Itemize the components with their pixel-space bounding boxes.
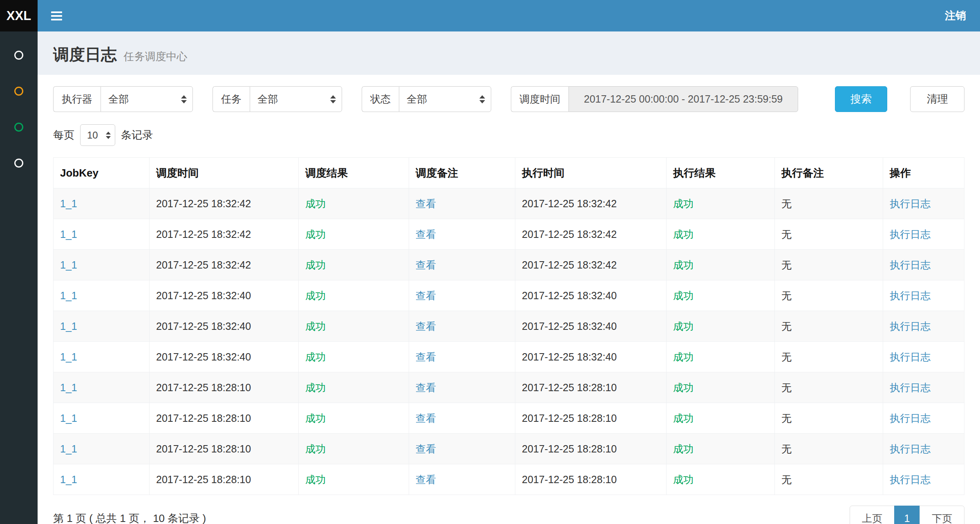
prev-page-button[interactable]: 上页 [850, 506, 895, 524]
trigger-result-text: 成功 [305, 259, 326, 271]
app-logo[interactable]: XXL [0, 0, 38, 31]
top-navbar: 注销 [38, 0, 980, 31]
jobkey-link[interactable]: 1_1 [60, 443, 77, 455]
trigger-msg-link[interactable]: 查看 [416, 198, 436, 209]
exec-log-link[interactable]: 执行日志 [890, 412, 931, 424]
sidebar-item-job-manage[interactable] [0, 109, 38, 145]
log-box: 执行器 全部 任务 全部 状态 全部 [38, 75, 980, 524]
table-row: 1_1 2017-12-25 18:32:40 成功 查看 2017-12-25… [54, 280, 964, 311]
col-header-handle-time: 执行时间 [515, 158, 667, 188]
handle-msg-cell: 无 [775, 250, 883, 280]
trigger-result-text: 成功 [305, 474, 326, 485]
trigger-time-cell: 2017-12-25 18:28:10 [150, 464, 299, 495]
table-row: 1_1 2017-12-25 18:32:42 成功 查看 2017-12-25… [54, 219, 964, 250]
jobkey-link[interactable]: 1_1 [60, 259, 77, 271]
handle-time-cell: 2017-12-25 18:28:10 [515, 464, 667, 495]
circle-icon [14, 159, 23, 168]
trigger-result-text: 成功 [305, 351, 326, 363]
trigger-result-text: 成功 [305, 443, 326, 455]
log-table-body: 1_1 2017-12-25 18:32:42 成功 查看 2017-12-25… [54, 188, 964, 495]
exec-log-link[interactable]: 执行日志 [890, 320, 931, 332]
executor-filter-label: 执行器 [53, 86, 101, 112]
trigger-msg-link[interactable]: 查看 [416, 351, 436, 363]
clear-button[interactable]: 清理 [910, 86, 964, 112]
trigger-msg-link[interactable]: 查看 [416, 228, 436, 240]
page-size-row: 每页 10 条记录 [53, 124, 964, 146]
current-page-button[interactable]: 1 [894, 506, 920, 524]
select-arrows-icon [106, 132, 111, 139]
handle-time-cell: 2017-12-25 18:32:42 [515, 250, 667, 280]
exec-log-link[interactable]: 执行日志 [890, 228, 931, 240]
trigger-msg-link[interactable]: 查看 [416, 474, 436, 485]
table-row: 1_1 2017-12-25 18:32:40 成功 查看 2017-12-25… [54, 311, 964, 342]
trigger-result-text: 成功 [305, 198, 326, 209]
page-size-select[interactable]: 10 [80, 124, 115, 146]
filter-row: 执行器 全部 任务 全部 状态 全部 [53, 86, 964, 112]
exec-log-link[interactable]: 执行日志 [890, 198, 931, 209]
status-filter-select[interactable]: 全部 [399, 86, 491, 112]
handle-msg-cell: 无 [775, 219, 883, 250]
handle-result-text: 成功 [673, 198, 694, 209]
handle-msg-cell: 无 [775, 403, 883, 434]
job-filter-label: 任务 [213, 86, 250, 112]
job-filter-select[interactable]: 全部 [250, 86, 342, 112]
col-header-action: 操作 [883, 158, 964, 188]
handle-time-cell: 2017-12-25 18:32:42 [515, 188, 667, 219]
handle-result-text: 成功 [673, 382, 694, 393]
col-header-trigger-result: 调度结果 [299, 158, 409, 188]
next-page-button[interactable]: 下页 [920, 506, 964, 524]
exec-log-link[interactable]: 执行日志 [890, 259, 931, 271]
jobkey-link[interactable]: 1_1 [60, 198, 77, 209]
col-header-jobkey: JobKey [54, 158, 150, 188]
search-button[interactable]: 搜索 [835, 86, 887, 112]
handle-time-cell: 2017-12-25 18:28:10 [515, 372, 667, 403]
handle-result-text: 成功 [673, 474, 694, 485]
trigger-msg-link[interactable]: 查看 [416, 290, 436, 301]
executor-filter-select[interactable]: 全部 [101, 86, 193, 112]
page-size-value: 10 [87, 130, 98, 141]
executor-filter-group: 执行器 全部 [53, 86, 193, 112]
jobkey-link[interactable]: 1_1 [60, 351, 77, 363]
jobkey-link[interactable]: 1_1 [60, 290, 77, 301]
sidebar-item-executor[interactable] [0, 145, 38, 181]
status-filter-label: 状态 [362, 86, 399, 112]
trigger-msg-link[interactable]: 查看 [416, 320, 436, 332]
trigger-time-range-input[interactable]: 2017-12-25 00:00:00 - 2017-12-25 23:59:5… [568, 86, 798, 112]
executor-filter-value: 全部 [108, 92, 129, 106]
trigger-result-text: 成功 [305, 412, 326, 424]
main-header: XXL 注销 [0, 0, 980, 31]
exec-log-link[interactable]: 执行日志 [890, 290, 931, 301]
trigger-time-cell: 2017-12-25 18:32:40 [150, 342, 299, 372]
trigger-msg-link[interactable]: 查看 [416, 259, 436, 271]
table-row: 1_1 2017-12-25 18:32:42 成功 查看 2017-12-25… [54, 250, 964, 280]
jobkey-link[interactable]: 1_1 [60, 228, 77, 240]
logout-link[interactable]: 注销 [945, 9, 966, 23]
handle-msg-cell: 无 [775, 280, 883, 311]
pagination-controls: 上页 1 下页 [850, 506, 964, 524]
sidebar-toggle-icon[interactable] [51, 11, 62, 20]
select-arrows-icon [330, 95, 336, 103]
trigger-msg-link[interactable]: 查看 [416, 382, 436, 393]
jobkey-link[interactable]: 1_1 [60, 474, 77, 485]
col-header-trigger-msg: 调度备注 [409, 158, 515, 188]
circle-icon [14, 87, 23, 96]
table-footer: 第 1 页 ( 总共 1 页， 10 条记录 ) 上页 1 下页 [53, 506, 964, 524]
exec-log-link[interactable]: 执行日志 [890, 382, 931, 393]
sidebar-item-dashboard[interactable] [0, 37, 38, 73]
jobkey-link[interactable]: 1_1 [60, 412, 77, 424]
sidebar-item-job-log[interactable] [0, 73, 38, 109]
handle-result-text: 成功 [673, 443, 694, 455]
trigger-msg-link[interactable]: 查看 [416, 412, 436, 424]
exec-log-link[interactable]: 执行日志 [890, 443, 931, 455]
table-row: 1_1 2017-12-25 18:28:10 成功 查看 2017-12-25… [54, 464, 964, 495]
jobkey-link[interactable]: 1_1 [60, 320, 77, 332]
handle-msg-cell: 无 [775, 434, 883, 464]
exec-log-link[interactable]: 执行日志 [890, 474, 931, 485]
select-arrows-icon [479, 95, 485, 103]
jobkey-link[interactable]: 1_1 [60, 382, 77, 393]
trigger-msg-link[interactable]: 查看 [416, 443, 436, 455]
select-arrows-icon [181, 95, 187, 103]
trigger-time-filter-label: 调度时间 [511, 86, 568, 112]
exec-log-link[interactable]: 执行日志 [890, 351, 931, 363]
content-area: 调度日志 任务调度中心 执行器 全部 任务 全部 [38, 31, 980, 524]
